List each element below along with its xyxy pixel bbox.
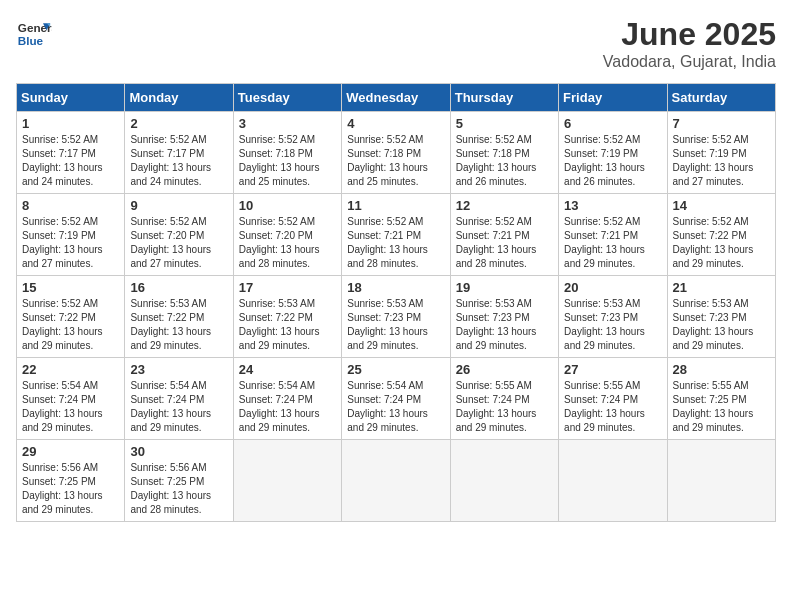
svg-text:Blue: Blue [18, 34, 44, 47]
calendar-cell: 2Sunrise: 5:52 AM Sunset: 7:17 PM Daylig… [125, 112, 233, 194]
day-number: 16 [130, 280, 227, 295]
calendar-cell: 20Sunrise: 5:53 AM Sunset: 7:23 PM Dayli… [559, 276, 667, 358]
day-number: 6 [564, 116, 661, 131]
calendar-cell: 4Sunrise: 5:52 AM Sunset: 7:18 PM Daylig… [342, 112, 450, 194]
calendar-cell: 30Sunrise: 5:56 AM Sunset: 7:25 PM Dayli… [125, 440, 233, 522]
day-info: Sunrise: 5:52 AM Sunset: 7:19 PM Dayligh… [22, 215, 119, 271]
calendar-cell: 3Sunrise: 5:52 AM Sunset: 7:18 PM Daylig… [233, 112, 341, 194]
week-row-3: 15Sunrise: 5:52 AM Sunset: 7:22 PM Dayli… [17, 276, 776, 358]
calendar-cell: 14Sunrise: 5:52 AM Sunset: 7:22 PM Dayli… [667, 194, 775, 276]
col-header-saturday: Saturday [667, 84, 775, 112]
day-info: Sunrise: 5:53 AM Sunset: 7:23 PM Dayligh… [347, 297, 444, 353]
calendar-cell: 13Sunrise: 5:52 AM Sunset: 7:21 PM Dayli… [559, 194, 667, 276]
day-number: 2 [130, 116, 227, 131]
day-info: Sunrise: 5:52 AM Sunset: 7:22 PM Dayligh… [673, 215, 770, 271]
day-info: Sunrise: 5:52 AM Sunset: 7:19 PM Dayligh… [673, 133, 770, 189]
day-number: 17 [239, 280, 336, 295]
calendar-cell [667, 440, 775, 522]
calendar-cell: 7Sunrise: 5:52 AM Sunset: 7:19 PM Daylig… [667, 112, 775, 194]
day-info: Sunrise: 5:52 AM Sunset: 7:22 PM Dayligh… [22, 297, 119, 353]
day-number: 12 [456, 198, 553, 213]
calendar-cell: 25Sunrise: 5:54 AM Sunset: 7:24 PM Dayli… [342, 358, 450, 440]
day-number: 19 [456, 280, 553, 295]
col-header-wednesday: Wednesday [342, 84, 450, 112]
calendar-cell: 6Sunrise: 5:52 AM Sunset: 7:19 PM Daylig… [559, 112, 667, 194]
calendar-cell [450, 440, 558, 522]
calendar-cell: 5Sunrise: 5:52 AM Sunset: 7:18 PM Daylig… [450, 112, 558, 194]
day-number: 24 [239, 362, 336, 377]
week-row-2: 8Sunrise: 5:52 AM Sunset: 7:19 PM Daylig… [17, 194, 776, 276]
col-header-sunday: Sunday [17, 84, 125, 112]
day-info: Sunrise: 5:52 AM Sunset: 7:21 PM Dayligh… [456, 215, 553, 271]
calendar-cell: 10Sunrise: 5:52 AM Sunset: 7:20 PM Dayli… [233, 194, 341, 276]
calendar-cell: 28Sunrise: 5:55 AM Sunset: 7:25 PM Dayli… [667, 358, 775, 440]
calendar-cell [559, 440, 667, 522]
calendar-cell: 11Sunrise: 5:52 AM Sunset: 7:21 PM Dayli… [342, 194, 450, 276]
day-number: 11 [347, 198, 444, 213]
calendar-cell: 8Sunrise: 5:52 AM Sunset: 7:19 PM Daylig… [17, 194, 125, 276]
day-number: 14 [673, 198, 770, 213]
day-info: Sunrise: 5:52 AM Sunset: 7:21 PM Dayligh… [347, 215, 444, 271]
day-number: 9 [130, 198, 227, 213]
day-info: Sunrise: 5:55 AM Sunset: 7:24 PM Dayligh… [564, 379, 661, 435]
day-number: 25 [347, 362, 444, 377]
calendar-cell: 24Sunrise: 5:54 AM Sunset: 7:24 PM Dayli… [233, 358, 341, 440]
day-number: 18 [347, 280, 444, 295]
title-section: June 2025 Vadodara, Gujarat, India [603, 16, 776, 71]
day-info: Sunrise: 5:56 AM Sunset: 7:25 PM Dayligh… [22, 461, 119, 517]
day-number: 15 [22, 280, 119, 295]
day-number: 5 [456, 116, 553, 131]
day-number: 23 [130, 362, 227, 377]
day-info: Sunrise: 5:52 AM Sunset: 7:21 PM Dayligh… [564, 215, 661, 271]
week-row-4: 22Sunrise: 5:54 AM Sunset: 7:24 PM Dayli… [17, 358, 776, 440]
day-number: 22 [22, 362, 119, 377]
col-header-tuesday: Tuesday [233, 84, 341, 112]
calendar-cell: 19Sunrise: 5:53 AM Sunset: 7:23 PM Dayli… [450, 276, 558, 358]
day-info: Sunrise: 5:52 AM Sunset: 7:19 PM Dayligh… [564, 133, 661, 189]
day-number: 27 [564, 362, 661, 377]
calendar-cell: 22Sunrise: 5:54 AM Sunset: 7:24 PM Dayli… [17, 358, 125, 440]
day-info: Sunrise: 5:52 AM Sunset: 7:20 PM Dayligh… [130, 215, 227, 271]
day-number: 29 [22, 444, 119, 459]
day-info: Sunrise: 5:53 AM Sunset: 7:23 PM Dayligh… [456, 297, 553, 353]
day-info: Sunrise: 5:55 AM Sunset: 7:25 PM Dayligh… [673, 379, 770, 435]
week-row-1: 1Sunrise: 5:52 AM Sunset: 7:17 PM Daylig… [17, 112, 776, 194]
column-headers: SundayMondayTuesdayWednesdayThursdayFrid… [17, 84, 776, 112]
calendar-cell [233, 440, 341, 522]
day-info: Sunrise: 5:54 AM Sunset: 7:24 PM Dayligh… [22, 379, 119, 435]
day-number: 7 [673, 116, 770, 131]
day-info: Sunrise: 5:52 AM Sunset: 7:20 PM Dayligh… [239, 215, 336, 271]
day-info: Sunrise: 5:53 AM Sunset: 7:23 PM Dayligh… [564, 297, 661, 353]
calendar-cell: 1Sunrise: 5:52 AM Sunset: 7:17 PM Daylig… [17, 112, 125, 194]
day-info: Sunrise: 5:53 AM Sunset: 7:23 PM Dayligh… [673, 297, 770, 353]
day-number: 13 [564, 198, 661, 213]
day-info: Sunrise: 5:54 AM Sunset: 7:24 PM Dayligh… [239, 379, 336, 435]
col-header-thursday: Thursday [450, 84, 558, 112]
calendar-table: SundayMondayTuesdayWednesdayThursdayFrid… [16, 83, 776, 522]
calendar-cell: 15Sunrise: 5:52 AM Sunset: 7:22 PM Dayli… [17, 276, 125, 358]
calendar-cell: 21Sunrise: 5:53 AM Sunset: 7:23 PM Dayli… [667, 276, 775, 358]
calendar-cell: 23Sunrise: 5:54 AM Sunset: 7:24 PM Dayli… [125, 358, 233, 440]
calendar-cell: 16Sunrise: 5:53 AM Sunset: 7:22 PM Dayli… [125, 276, 233, 358]
day-info: Sunrise: 5:52 AM Sunset: 7:18 PM Dayligh… [239, 133, 336, 189]
day-number: 30 [130, 444, 227, 459]
calendar-cell: 27Sunrise: 5:55 AM Sunset: 7:24 PM Dayli… [559, 358, 667, 440]
day-info: Sunrise: 5:52 AM Sunset: 7:17 PM Dayligh… [130, 133, 227, 189]
col-header-friday: Friday [559, 84, 667, 112]
logo: General Blue [16, 16, 52, 52]
day-info: Sunrise: 5:53 AM Sunset: 7:22 PM Dayligh… [130, 297, 227, 353]
week-row-5: 29Sunrise: 5:56 AM Sunset: 7:25 PM Dayli… [17, 440, 776, 522]
day-number: 4 [347, 116, 444, 131]
col-header-monday: Monday [125, 84, 233, 112]
day-number: 1 [22, 116, 119, 131]
day-number: 20 [564, 280, 661, 295]
calendar-subtitle: Vadodara, Gujarat, India [603, 53, 776, 71]
calendar-cell: 26Sunrise: 5:55 AM Sunset: 7:24 PM Dayli… [450, 358, 558, 440]
calendar-cell: 29Sunrise: 5:56 AM Sunset: 7:25 PM Dayli… [17, 440, 125, 522]
calendar-cell [342, 440, 450, 522]
logo-icon: General Blue [16, 16, 52, 52]
calendar-cell: 17Sunrise: 5:53 AM Sunset: 7:22 PM Dayli… [233, 276, 341, 358]
page-header: General Blue June 2025 Vadodara, Gujarat… [16, 16, 776, 71]
calendar-title: June 2025 [603, 16, 776, 53]
calendar-cell: 12Sunrise: 5:52 AM Sunset: 7:21 PM Dayli… [450, 194, 558, 276]
